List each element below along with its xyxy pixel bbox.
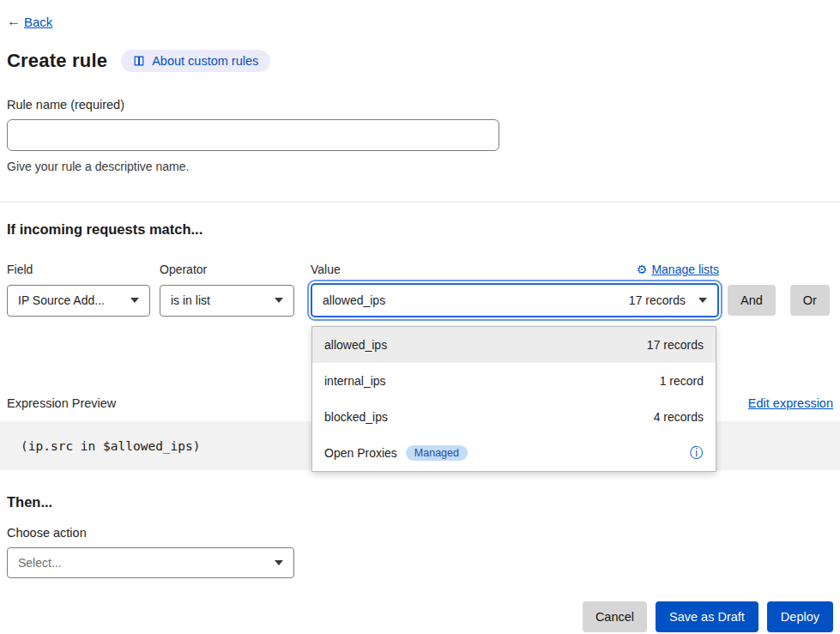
rule-name-helper: Give your rule a descriptive name. xyxy=(7,160,840,173)
title-row: Create rule About custom rules xyxy=(7,50,840,72)
back-link[interactable]: ← Back xyxy=(7,14,52,29)
rule-name-label: Rule name (required) xyxy=(7,98,840,112)
match-controls-row: IP Source Add... is in list allowed_ips … xyxy=(7,283,833,317)
operator-select-value: is in list xyxy=(171,293,210,307)
chevron-down-icon xyxy=(130,298,139,303)
action-select-placeholder: Select... xyxy=(18,556,62,570)
value-dropdown-menu: allowed_ips 17 records internal_ips 1 re… xyxy=(311,326,716,472)
info-icon[interactable]: ⓘ xyxy=(690,446,704,460)
action-select[interactable]: Select... xyxy=(7,547,294,578)
managed-badge: Managed xyxy=(406,445,468,462)
dropdown-item-meta: 1 record xyxy=(660,374,704,388)
dropdown-item-meta: 4 records xyxy=(654,410,704,424)
dropdown-item-allowed-ips[interactable]: allowed_ips 17 records xyxy=(312,327,716,363)
match-labels-row: Field Operator Value ⚙ Manage lists xyxy=(7,263,833,276)
dropdown-item-open-proxies[interactable]: Open Proxies Managed ⓘ xyxy=(312,435,716,471)
page-title: Create rule xyxy=(7,50,107,72)
field-label: Field xyxy=(7,263,150,276)
expression-code: (ip.src in $allowed_ips) xyxy=(21,439,201,453)
field-select-value: IP Source Add... xyxy=(18,293,105,307)
gear-icon: ⚙ xyxy=(637,263,648,275)
manage-lists-label: Manage lists xyxy=(651,263,719,276)
operator-label: Operator xyxy=(160,263,294,276)
match-section-heading: If incoming requests match... xyxy=(7,221,840,238)
back-link-label[interactable]: Back xyxy=(24,15,52,29)
about-custom-rules-label: About custom rules xyxy=(152,54,258,68)
dropdown-item-name: internal_ips xyxy=(324,374,386,388)
cancel-button[interactable]: Cancel xyxy=(583,601,647,632)
dropdown-item-name: blocked_ips xyxy=(324,410,388,424)
footer-actions: Cancel Save as Draft Deploy xyxy=(0,601,833,632)
field-select[interactable]: IP Source Add... xyxy=(7,285,150,317)
back-arrow-icon: ← xyxy=(7,14,21,29)
chevron-down-icon xyxy=(275,560,283,565)
dropdown-item-blocked-ips[interactable]: blocked_ips 4 records xyxy=(312,399,716,435)
edit-expression-link[interactable]: Edit expression xyxy=(748,396,833,410)
operator-select[interactable]: is in list xyxy=(160,285,294,317)
dropdown-item-meta: 17 records xyxy=(647,338,704,352)
deploy-button[interactable]: Deploy xyxy=(767,601,833,632)
create-rule-page: ← Back Create rule About custom rules Ru… xyxy=(0,0,840,632)
dropdown-item-name: allowed_ips xyxy=(324,338,387,352)
book-icon xyxy=(133,55,145,67)
rule-name-input[interactable] xyxy=(7,119,499,151)
dropdown-item-internal-ips[interactable]: internal_ips 1 record xyxy=(312,363,716,399)
expression-preview-label: Expression Preview xyxy=(7,396,116,410)
chevron-down-icon xyxy=(275,298,283,303)
value-label: Value xyxy=(311,263,341,276)
value-select-value: allowed_ips xyxy=(323,293,385,307)
section-divider xyxy=(0,202,840,202)
or-button[interactable]: Or xyxy=(790,285,830,316)
save-as-draft-button[interactable]: Save as Draft xyxy=(656,601,758,632)
dropdown-item-name: Open Proxies xyxy=(324,446,397,460)
manage-lists-link[interactable]: ⚙ Manage lists xyxy=(637,263,719,276)
chevron-down-icon xyxy=(698,298,707,303)
then-section-heading: Then... xyxy=(7,494,840,510)
choose-action-label: Choose action xyxy=(7,526,840,540)
and-button[interactable]: And xyxy=(728,285,776,316)
value-select[interactable]: allowed_ips 17 records xyxy=(311,283,719,317)
about-custom-rules-link[interactable]: About custom rules xyxy=(121,50,270,72)
value-select-meta: 17 records xyxy=(629,293,686,307)
value-select-wrapper: allowed_ips 17 records allowed_ips 17 re… xyxy=(311,283,719,317)
